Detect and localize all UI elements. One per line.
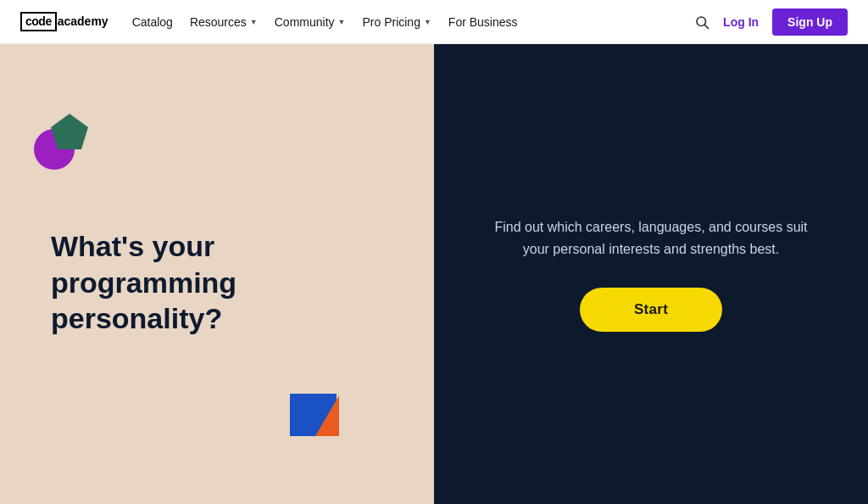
nav-pro-pricing[interactable]: Pro Pricing ▼	[362, 15, 431, 29]
resources-dropdown-arrow: ▼	[250, 18, 258, 26]
logo-academy: academy	[58, 14, 108, 28]
svg-line-1	[704, 25, 708, 28]
svg-marker-2	[51, 114, 88, 149]
hero-subtitle: Find out which careers, languages, and c…	[490, 216, 812, 260]
nav-catalog[interactable]: Catalog	[132, 15, 173, 29]
shape-group-bottom	[290, 368, 366, 436]
nav-resources[interactable]: Resources ▼	[190, 15, 258, 29]
navbar: code academy Catalog Resources ▼ Communi…	[0, 0, 868, 44]
hero-right-panel: Find out which careers, languages, and c…	[434, 44, 868, 504]
search-button[interactable]	[694, 14, 709, 30]
community-dropdown-arrow: ▼	[338, 18, 346, 26]
pentagon-shape	[49, 112, 90, 151]
nav-links: Catalog Resources ▼ Community ▼ Pro Pric…	[132, 15, 694, 29]
logo-code: code	[25, 14, 52, 28]
pro-pricing-dropdown-arrow: ▼	[424, 18, 431, 26]
nav-for-business[interactable]: For Business	[448, 15, 518, 29]
nav-right: Log In Sign Up	[694, 8, 848, 36]
logo-box: code	[20, 12, 57, 31]
login-button[interactable]: Log In	[723, 15, 759, 29]
hero-left-panel: What's your programming personality?	[0, 44, 434, 504]
search-icon	[694, 14, 709, 30]
logo[interactable]: code academy	[20, 12, 108, 31]
hero-section: What's your programming personality? Fin…	[0, 44, 868, 504]
hero-title: What's your programming personality?	[51, 228, 373, 337]
start-button[interactable]: Start	[580, 288, 722, 332]
signup-button[interactable]: Sign Up	[772, 8, 848, 36]
triangle-shape	[315, 395, 339, 436]
nav-community[interactable]: Community ▼	[275, 15, 346, 29]
shape-group-top	[34, 112, 102, 180]
